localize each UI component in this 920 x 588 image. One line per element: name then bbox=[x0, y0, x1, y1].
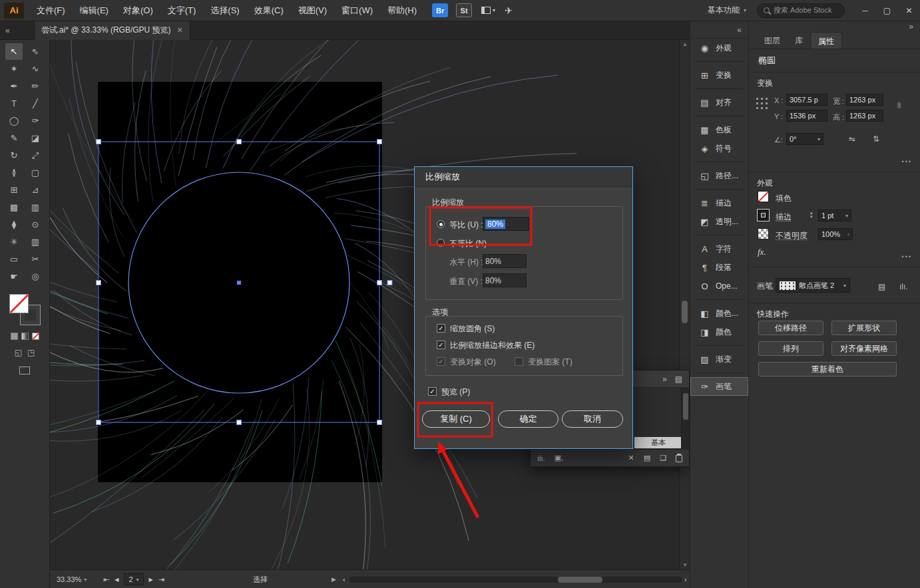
stroke-weight-stepper[interactable]: ▴▾ bbox=[810, 211, 813, 219]
mesh-tool[interactable]: ▩ bbox=[5, 199, 23, 216]
last-artboard-icon[interactable]: ⇥ bbox=[158, 575, 164, 584]
horizontal-scrollbar[interactable] bbox=[349, 577, 682, 583]
uniform-radio[interactable] bbox=[437, 220, 445, 228]
cancel-button[interactable]: 取消 bbox=[562, 410, 623, 428]
tab-layers[interactable]: 图层 bbox=[757, 32, 788, 49]
flip-horizontal-icon[interactable]: ⇋ bbox=[849, 134, 855, 144]
line-tool[interactable]: ╱ bbox=[27, 95, 44, 112]
none-button[interactable] bbox=[32, 333, 39, 340]
artboard-number-field[interactable]: 2▾ bbox=[124, 573, 143, 585]
recolor-button[interactable]: 重新着色 bbox=[758, 362, 897, 376]
menu-object[interactable]: 对象(O) bbox=[116, 0, 160, 21]
strip-item-opentype[interactable]: OOpe... bbox=[690, 277, 748, 295]
menu-window[interactable]: 窗口(W) bbox=[334, 0, 380, 21]
draw-behind-button[interactable]: ◳ bbox=[27, 348, 35, 357]
horizontal-scale-input[interactable]: 80% bbox=[483, 254, 527, 268]
transform-more-options[interactable]: ••• bbox=[902, 158, 912, 165]
stroke-panel-link[interactable]: 描边 bbox=[776, 212, 792, 223]
close-tab-icon[interactable]: ✕ bbox=[177, 26, 183, 35]
brush-item-basic[interactable]: 基本 bbox=[634, 437, 682, 448]
delete-brush-icon[interactable] bbox=[676, 455, 682, 462]
gradient-tool[interactable]: ▥ bbox=[27, 199, 44, 216]
strip-item-color[interactable]: ◨颜色 bbox=[690, 323, 748, 341]
remove-brush-stroke-icon[interactable]: ✕ bbox=[628, 454, 634, 462]
scale-strokes-checkbox[interactable]: ✓ bbox=[437, 341, 445, 349]
arrange-button[interactable]: 排列 bbox=[758, 341, 823, 356]
collapse-toolbar-icon[interactable]: « bbox=[5, 26, 10, 35]
opacity-panel-link[interactable]: 不透明度 bbox=[776, 230, 807, 241]
share-icon[interactable]: ✈ bbox=[505, 5, 513, 16]
uniform-scale-input[interactable]: 80% bbox=[483, 217, 529, 231]
slice-tool[interactable]: ✂ bbox=[27, 251, 44, 267]
ellipse-tool[interactable]: ◯ bbox=[5, 112, 23, 129]
menu-type[interactable]: 文字(T) bbox=[160, 0, 204, 21]
fill-color-swatch[interactable] bbox=[758, 191, 769, 202]
width-field[interactable]: 1263 px bbox=[846, 94, 883, 106]
scroll-left-icon[interactable]: ‹ bbox=[343, 575, 345, 583]
strip-item-appearance[interactable]: ◉外观 bbox=[690, 39, 748, 57]
menu-help[interactable]: 帮助(H) bbox=[380, 0, 424, 21]
tab-properties[interactable]: 属性 bbox=[810, 32, 842, 49]
minimize-button[interactable]: ─ bbox=[854, 1, 876, 21]
symbol-sprayer-tool[interactable]: ✳ bbox=[5, 233, 23, 250]
brush-options-icon[interactable]: ▤ bbox=[878, 282, 885, 291]
pencil-tool[interactable]: ✎ bbox=[5, 130, 23, 146]
opacity-field[interactable]: 100%› bbox=[818, 228, 853, 240]
stroke-color-swatch[interactable] bbox=[758, 210, 769, 221]
width-tool[interactable]: ≬ bbox=[5, 164, 23, 181]
vertical-scroll-thumb[interactable] bbox=[682, 301, 688, 323]
new-brush-icon[interactable]: ❏ bbox=[660, 454, 666, 462]
brush-select[interactable]: 散点画笔 2 ▾ bbox=[776, 278, 850, 293]
strip-item-symbols[interactable]: ◈符号 bbox=[690, 139, 748, 158]
pen-tool[interactable]: ✒ bbox=[5, 78, 23, 94]
maximize-button[interactable]: ▢ bbox=[876, 1, 898, 21]
x-field[interactable]: 3057.5 p bbox=[786, 94, 827, 106]
free-transform-tool[interactable]: ▢ bbox=[27, 164, 44, 181]
strip-item-paragraph[interactable]: ¶段落 bbox=[690, 258, 748, 277]
constrain-proportions-icon[interactable]: ∞ bbox=[895, 102, 905, 108]
copy-button[interactable]: 复制 (C) bbox=[422, 410, 490, 428]
selection-tool[interactable]: ↖ bbox=[5, 43, 23, 60]
strip-item-swatches[interactable]: ▦色板 bbox=[690, 120, 748, 139]
color-button[interactable] bbox=[11, 333, 18, 340]
shape-builder-tool[interactable]: ⊞ bbox=[5, 182, 23, 198]
flip-vertical-icon[interactable]: ⇅ bbox=[873, 134, 879, 144]
offset-path-button[interactable]: 位移路径 bbox=[758, 321, 823, 335]
direct-selection-tool[interactable]: ⇖ bbox=[27, 43, 44, 60]
opacity-swatch[interactable] bbox=[758, 228, 769, 239]
strip-item-pathfinder[interactable]: ◱路径... bbox=[690, 166, 748, 185]
expand-shape-button[interactable]: 扩展形状 bbox=[831, 321, 897, 335]
collapse-strip-icon[interactable]: « bbox=[737, 25, 742, 35]
status-expander-icon[interactable]: ▶ bbox=[332, 576, 336, 583]
strip-item-transparency[interactable]: ◩透明... bbox=[690, 212, 748, 231]
dialog-title[interactable]: 比例缩放 bbox=[415, 167, 632, 187]
brush-libraries-menu-icon[interactable]: ılı. bbox=[537, 454, 545, 462]
brush-libraries-icon[interactable]: ılı. bbox=[899, 282, 908, 291]
draw-normal-button[interactable]: ◱ bbox=[15, 348, 22, 357]
strip-item-gradient[interactable]: ▨渐变 bbox=[690, 350, 748, 368]
close-button[interactable]: ✕ bbox=[898, 1, 920, 21]
scale-tool[interactable]: ⤢ bbox=[27, 147, 44, 164]
collapse-props-icon[interactable]: » bbox=[909, 22, 913, 31]
hand-tool[interactable]: ☛ bbox=[5, 268, 23, 285]
preview-checkbox[interactable]: ✓ bbox=[428, 387, 437, 396]
scroll-up-icon[interactable]: ▲ bbox=[682, 41, 688, 47]
strip-item-brushes[interactable]: ✑画笔 bbox=[690, 377, 748, 396]
libraries-panel-icon[interactable]: ▣, bbox=[555, 454, 563, 462]
paintbrush-tool[interactable]: ✑ bbox=[27, 112, 44, 129]
eyedropper-tool[interactable]: ⧫ bbox=[5, 216, 23, 233]
gradient-button[interactable] bbox=[21, 333, 29, 340]
height-field[interactable]: 1263 px bbox=[846, 110, 883, 122]
menu-view[interactable]: 视图(V) bbox=[291, 0, 334, 21]
type-tool[interactable]: T bbox=[5, 95, 23, 112]
vertical-scale-input[interactable]: 80% bbox=[483, 273, 527, 287]
align-pixel-grid-button[interactable]: 对齐像素网格 bbox=[831, 341, 897, 356]
screen-mode-button[interactable] bbox=[19, 367, 30, 374]
strip-item-character[interactable]: A字符 bbox=[690, 239, 748, 258]
strip-item-color-guide[interactable]: ◧颜色... bbox=[690, 304, 748, 323]
strip-item-transform[interactable]: ⊞变换 bbox=[690, 66, 748, 84]
lasso-tool[interactable]: ∿ bbox=[27, 61, 44, 77]
zoom-level[interactable]: 33.33% bbox=[57, 575, 81, 583]
ok-button[interactable]: 确定 bbox=[498, 410, 559, 428]
prev-artboard-icon[interactable]: ◀ bbox=[115, 577, 118, 583]
